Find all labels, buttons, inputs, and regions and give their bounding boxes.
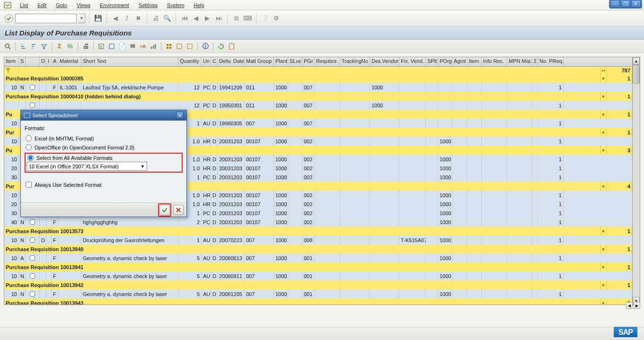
grid-cell[interactable]: HR (202, 191, 211, 200)
grid-cell[interactable] (452, 235, 468, 244)
grid-cell[interactable] (468, 155, 482, 164)
grid-cell[interactable] (438, 119, 452, 128)
grid-cell[interactable]: 1000 (438, 191, 452, 200)
grid-cell[interactable]: N (19, 289, 26, 298)
grid-cell[interactable] (58, 271, 81, 280)
col-requisnr[interactable]: Requisnr. (315, 57, 340, 66)
grid-cell[interactable] (58, 289, 81, 298)
grid-cell[interactable]: 1 (538, 235, 564, 244)
grid-cell[interactable] (482, 137, 507, 146)
grid-cell[interactable] (46, 101, 52, 110)
grid-cell[interactable]: 002 (302, 200, 315, 209)
dialog-ok-button[interactable] (159, 205, 170, 215)
grid-cell[interactable] (452, 289, 468, 298)
grid-cell[interactable] (482, 218, 507, 227)
grid-cell[interactable] (507, 101, 532, 110)
grid-cell[interactable]: 20031203 (218, 155, 245, 164)
grid-cell[interactable]: 1 (538, 191, 564, 200)
grid-cell[interactable]: 1000 (274, 218, 288, 227)
always-use-checkbox[interactable] (26, 182, 32, 188)
grid-cell[interactable] (399, 200, 426, 209)
grid-cell[interactable]: PC (202, 101, 211, 110)
grid-cell[interactable] (4, 101, 19, 110)
grid-cell[interactable]: 1000 (438, 289, 452, 298)
group-header-row[interactable]: Purchase Requisition 10000410 (hidden be… (4, 92, 632, 101)
refresh-button[interactable] (216, 42, 226, 51)
grid-cell[interactable] (468, 173, 482, 182)
grid-cell[interactable] (452, 119, 468, 128)
row-checkbox[interactable] (30, 219, 35, 225)
grid-cell[interactable]: 1000 (438, 218, 452, 227)
grid-cell[interactable]: 20081205 (218, 289, 245, 298)
grid-cell[interactable] (426, 191, 438, 200)
grid-cell[interactable] (288, 253, 302, 262)
command-field-dropdown[interactable]: ▼ (79, 14, 85, 23)
graphic-button[interactable] (149, 42, 158, 51)
grid-cell[interactable] (340, 83, 370, 92)
grid-cell[interactable]: 30 (4, 209, 19, 218)
grid-cell[interactable] (399, 253, 426, 262)
grid-cell[interactable]: 007 (245, 271, 274, 280)
grid-cell[interactable] (370, 155, 399, 164)
col-unit[interactable]: Un (202, 57, 211, 66)
grid-cell[interactable] (426, 101, 438, 110)
grid-cell[interactable]: 20031203 (218, 137, 245, 146)
grid-cell[interactable]: 40 (4, 218, 19, 227)
grid-cell[interactable] (438, 83, 452, 92)
grid-cell[interactable] (399, 101, 426, 110)
grid-cell[interactable]: 1000 (274, 119, 288, 128)
grid-cell[interactable] (507, 155, 532, 164)
always-use-checkbox-row[interactable]: Always Use Selected Format (25, 180, 183, 189)
grid-cell[interactable] (288, 235, 302, 244)
grid-cell[interactable] (288, 83, 302, 92)
grid-cell[interactable] (482, 200, 507, 209)
grid-cell[interactable]: IL-1001 (58, 83, 81, 92)
grid-cell[interactable] (399, 83, 426, 92)
grid-cell[interactable]: F (52, 218, 58, 227)
grid-cell[interactable] (532, 271, 538, 280)
col-checkbox[interactable] (26, 57, 40, 66)
grid-cell[interactable]: 10 (4, 119, 19, 128)
grid-cell[interactable]: AU (202, 253, 211, 262)
grid-cell[interactable]: 00107 (245, 218, 274, 227)
grid-cell[interactable]: 1 (538, 83, 564, 92)
grid-cell[interactable]: 5 (178, 289, 202, 298)
grid-cell[interactable]: 1000 (274, 289, 288, 298)
table-row[interactable]: 10AFGeometry a. dynamic check by laser5A… (4, 253, 632, 262)
grid-cell[interactable]: 002 (302, 164, 315, 173)
export-local-button[interactable]: 📄 (117, 42, 127, 51)
grid-cell[interactable] (532, 155, 538, 164)
grid-cell[interactable]: D (211, 289, 218, 298)
grid-cell[interactable] (40, 101, 46, 110)
grid-cell[interactable] (399, 164, 426, 173)
grid-cell[interactable]: 2 (178, 218, 202, 227)
new-session-button[interactable]: ⧉ (231, 14, 241, 23)
info-button[interactable]: ⓘ (201, 42, 210, 51)
grid-cell[interactable] (507, 218, 532, 227)
grid-cell[interactable]: 1000 (274, 164, 288, 173)
group-header-row[interactable]: Purchase Requisition 100003851 (4, 74, 632, 83)
grid-cell[interactable]: 001 (302, 289, 315, 298)
table-row[interactable]: 10NDFDruckprüfung der Gasrohrleitungen1A… (4, 235, 632, 244)
grid-cell[interactable] (58, 235, 81, 244)
grid-cell[interactable] (46, 289, 52, 298)
grid-cell[interactable]: 00107 (245, 155, 274, 164)
grid-cell[interactable] (532, 253, 538, 262)
grid-cell[interactable] (399, 155, 426, 164)
grid-cell[interactable]: 007 (245, 235, 274, 244)
grid-cell[interactable]: 1000 (438, 164, 452, 173)
grid-cell[interactable] (340, 289, 370, 298)
grid-cell[interactable] (288, 200, 302, 209)
grid-cell[interactable] (452, 137, 468, 146)
grid-cell[interactable] (532, 218, 538, 227)
grid-cell[interactable] (315, 101, 340, 110)
grid-cell[interactable]: 1000 (274, 253, 288, 262)
grid-cell[interactable]: D (211, 83, 218, 92)
grid-cell[interactable]: AU (202, 271, 211, 280)
layout-button[interactable]: ⚙ (272, 14, 281, 23)
grid-cell[interactable] (482, 155, 507, 164)
grid-cell[interactable] (532, 119, 538, 128)
radio-mhtml[interactable]: Excel (in MHTML Format) (25, 134, 183, 143)
grid-cell[interactable] (370, 271, 399, 280)
filter-button[interactable] (39, 42, 49, 51)
